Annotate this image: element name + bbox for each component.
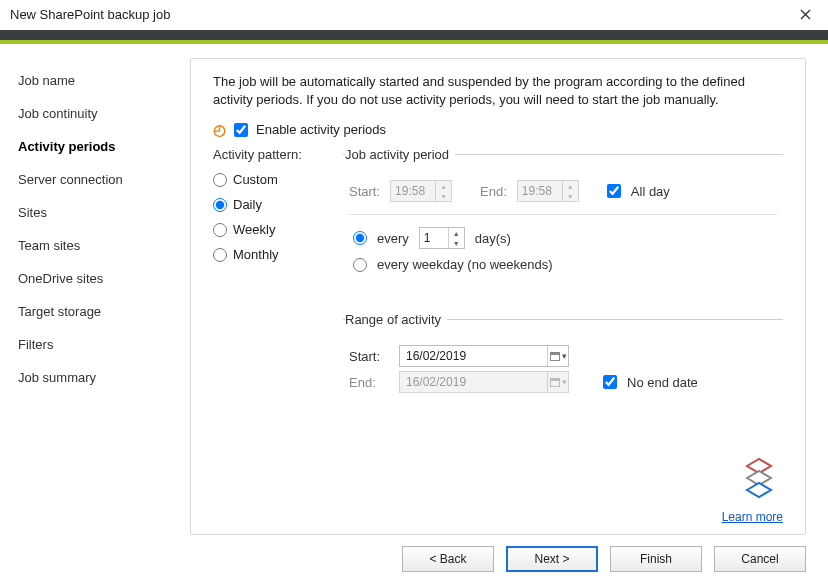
clock-icon: ◴	[213, 122, 226, 137]
activity-pattern-daily-radio[interactable]	[213, 198, 227, 212]
range-end-label: End:	[349, 375, 389, 390]
svg-marker-2	[747, 483, 771, 497]
finish-button[interactable]: Finish	[610, 546, 702, 572]
all-day-checkbox[interactable]	[607, 184, 621, 198]
brand-logo	[735, 452, 783, 500]
job-activity-period-group: Job activity period Start: ▲▼ End:	[343, 147, 783, 282]
every-weekday-radio[interactable]	[353, 258, 367, 272]
job-activity-period-legend: Job activity period	[345, 147, 455, 162]
spinner-up-icon: ▲	[436, 181, 451, 191]
end-time-spinner: ▲▼	[517, 180, 579, 202]
enable-activity-periods-label: Enable activity periods	[256, 122, 386, 137]
date-picker-button: ▾	[547, 372, 568, 392]
chevron-down-icon: ▾	[562, 351, 567, 361]
spinner-down-icon: ▼	[436, 191, 451, 201]
enable-activity-periods-checkbox[interactable]	[234, 123, 248, 137]
range-start-date-input[interactable]	[404, 348, 547, 364]
sidebar-item-activity-periods[interactable]: Activity periods	[18, 130, 168, 163]
end-time-input	[518, 181, 562, 201]
sidebar-item-server-connection[interactable]: Server connection	[18, 163, 168, 196]
learn-more-link[interactable]: Learn more	[722, 510, 783, 524]
start-time-input	[391, 181, 435, 201]
start-time-label: Start:	[349, 184, 380, 199]
activity-pattern-monthly[interactable]: Monthly	[213, 247, 325, 262]
every-n-days-spinner[interactable]: ▲▼	[419, 227, 465, 249]
range-end-date-input	[404, 374, 547, 390]
activity-pattern-label: Activity pattern:	[213, 147, 325, 162]
content-panel: The job will be automatically started an…	[190, 58, 806, 535]
radio-label: Monthly	[233, 247, 279, 262]
titlebar-dark-strip	[0, 30, 828, 40]
sidebar-item-target-storage[interactable]: Target storage	[18, 295, 168, 328]
back-button[interactable]: < Back	[402, 546, 494, 572]
close-icon	[800, 9, 811, 20]
activity-pattern-weekly-radio[interactable]	[213, 223, 227, 237]
separator	[349, 214, 777, 215]
sidebar-item-team-sites[interactable]: Team sites	[18, 229, 168, 262]
close-button[interactable]	[790, 0, 820, 30]
sidebar-item-job-summary[interactable]: Job summary	[18, 361, 168, 394]
range-of-activity-group: Range of activity Start: ▾ End:	[343, 312, 783, 403]
wizard-buttons: < Back Next > Finish Cancel	[0, 535, 828, 583]
next-button[interactable]: Next >	[506, 546, 598, 572]
date-picker-button[interactable]: ▾	[547, 346, 568, 366]
every-weekday-label: every weekday (no weekends)	[377, 257, 553, 272]
every-n-days-input[interactable]	[420, 228, 448, 248]
no-end-date-checkbox[interactable]	[603, 375, 617, 389]
no-end-date-label: No end date	[627, 375, 698, 390]
every-prefix-label: every	[377, 231, 409, 246]
sidebar-item-filters[interactable]: Filters	[18, 328, 168, 361]
calendar-icon	[550, 352, 560, 361]
range-of-activity-legend: Range of activity	[345, 312, 447, 327]
sidebar-item-job-name[interactable]: Job name	[18, 64, 168, 97]
sidebar-item-onedrive-sites[interactable]: OneDrive sites	[18, 262, 168, 295]
end-time-label: End:	[480, 184, 507, 199]
radio-label: Daily	[233, 197, 262, 212]
chevron-down-icon: ▾	[562, 377, 567, 387]
spinner-down-icon: ▼	[563, 191, 578, 201]
every-n-days-radio[interactable]	[353, 231, 367, 245]
range-start-label: Start:	[349, 349, 389, 364]
spinner-up-icon[interactable]: ▲	[449, 228, 464, 238]
range-start-date[interactable]: ▾	[399, 345, 569, 367]
start-time-spinner: ▲▼	[390, 180, 452, 202]
activity-pattern-custom[interactable]: Custom	[213, 172, 325, 187]
activity-pattern-custom-radio[interactable]	[213, 173, 227, 187]
all-day-label: All day	[631, 184, 670, 199]
activity-pattern-monthly-radio[interactable]	[213, 248, 227, 262]
titlebar: New SharePoint backup job	[0, 0, 828, 30]
every-suffix-label: day(s)	[475, 231, 511, 246]
sidebar-item-sites[interactable]: Sites	[18, 196, 168, 229]
calendar-icon	[550, 378, 560, 387]
spinner-up-icon: ▲	[563, 181, 578, 191]
window-title: New SharePoint backup job	[10, 7, 170, 22]
description-text: The job will be automatically started an…	[191, 59, 805, 118]
radio-label: Custom	[233, 172, 278, 187]
spinner-down-icon[interactable]: ▼	[449, 238, 464, 248]
range-end-date: ▾	[399, 371, 569, 393]
cancel-button[interactable]: Cancel	[714, 546, 806, 572]
activity-pattern-daily[interactable]: Daily	[213, 197, 325, 212]
activity-pattern-weekly[interactable]: Weekly	[213, 222, 325, 237]
sidebar: Job name Job continuity Activity periods…	[0, 44, 168, 535]
radio-label: Weekly	[233, 222, 275, 237]
sidebar-item-job-continuity[interactable]: Job continuity	[18, 97, 168, 130]
